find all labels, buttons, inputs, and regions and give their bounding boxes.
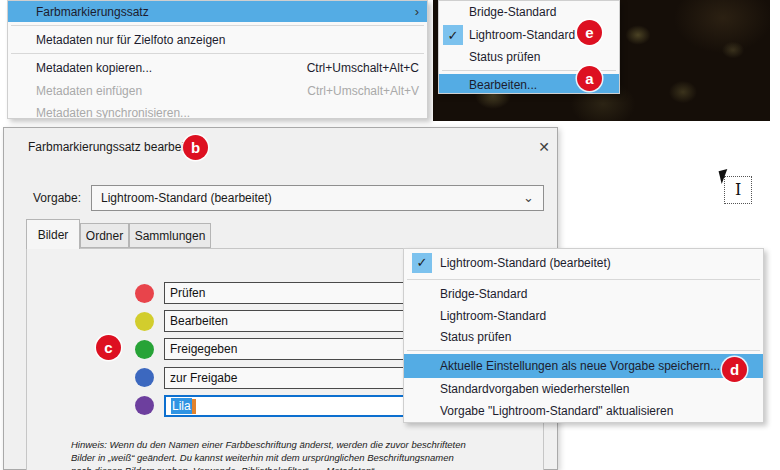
preset-dropdown[interactable]: Lightroom-Standard (bearbeitet) ⌄ xyxy=(91,185,544,211)
menu-item-label: Standardvorgaben wiederherstellen xyxy=(440,382,629,396)
menu-item-vorgabe-aktualisieren[interactable]: Vorgabe "Lightroom-Standard" aktualisier… xyxy=(404,400,763,422)
annotation-badge-a: a xyxy=(577,66,602,91)
preset-label: Vorgabe: xyxy=(33,191,81,205)
menu-separator xyxy=(11,25,424,26)
tab-bilder[interactable]: Bilder xyxy=(26,219,80,249)
ibeam-icon: I xyxy=(735,180,741,199)
annotation-badge-e: e xyxy=(577,20,602,45)
menu-item-label: Metadaten kopieren... xyxy=(36,61,152,75)
annotation-badge-b: b xyxy=(183,135,208,160)
preset-dropdown-menu: ✓ Lightroom-Standard (bearbeitet) Bridge… xyxy=(403,248,764,423)
menu-item-label: Bridge-Standard xyxy=(440,287,527,301)
selected-text: Lila xyxy=(171,398,192,414)
hint-line: Hinweis: Wenn du den Namen einer Farbbes… xyxy=(71,438,521,451)
label-color-purple xyxy=(135,396,154,415)
menu-item-label: Status prüfen xyxy=(440,330,511,344)
label-input-value: Prüfen xyxy=(170,286,205,300)
menu-separator xyxy=(407,350,760,351)
menu-item-metadaten-kopieren[interactable]: Metadaten kopieren... Ctrl+Umschalt+Alt+… xyxy=(8,56,427,79)
menu-item-farbmarkierungssatz[interactable]: Farbmarkierungssatz › xyxy=(8,1,427,22)
dialog-title: Farbmarkierungssatz bearbeiten xyxy=(28,140,201,154)
tab-label: Sammlungen xyxy=(135,229,206,243)
menu-item-shortcut: Ctrl+Umschalt+Alt+C xyxy=(307,61,419,75)
preset-dropdown-value: Lightroom-Standard (bearbeitet) xyxy=(101,191,272,205)
label-color-yellow xyxy=(135,312,154,331)
menu-item-label: Farbmarkierungssatz xyxy=(36,5,149,19)
tab-label: Bilder xyxy=(38,228,69,242)
label-color-blue xyxy=(135,368,154,387)
menu-item-label: Lightroom-Standard (bearbeitet) xyxy=(440,256,611,270)
menu-item-metadaten-synchronisieren: Metadaten synchronisieren... xyxy=(8,102,427,119)
menu-item-label: Status prüfen xyxy=(469,50,540,64)
annotation-badge-c: c xyxy=(96,335,121,360)
menu-item-standardvorgaben-wiederherstellen[interactable]: Standardvorgaben wiederherstellen xyxy=(404,378,763,400)
menu-item-label: Lightroom-Standard xyxy=(440,309,546,323)
pointer-arrow-icon xyxy=(719,169,731,184)
hint-line: Bilder in „weiß“ geändert. Du kannst wei… xyxy=(71,451,521,464)
tab-label: Ordner xyxy=(86,229,123,243)
context-menu: Farbmarkierungssatz › Metadaten nur für … xyxy=(7,0,428,119)
menu-item-label: Bridge-Standard xyxy=(469,5,556,19)
menu-item-label: Lightroom-Standard xyxy=(469,28,575,42)
menu-item-label: Metadaten synchronisieren... xyxy=(36,106,190,119)
menu-item-shortcut: Ctrl+Umschalt+Alt+V xyxy=(307,84,419,98)
menu-item-label: Bearbeiten... xyxy=(469,78,537,92)
label-color-red xyxy=(135,284,154,303)
hint-text: Hinweis: Wenn du den Namen einer Farbbes… xyxy=(71,438,521,470)
menu-item-bridge-standard[interactable]: Bridge-Standard xyxy=(404,283,763,305)
annotation-badge-d: d xyxy=(722,357,747,382)
text-cursor-icon: I xyxy=(724,176,752,204)
label-input-value: zur Freigabe xyxy=(170,371,237,385)
menu-item-lightroom-standard[interactable]: Lightroom-Standard xyxy=(404,305,763,326)
checkmark-icon: ✓ xyxy=(443,25,463,45)
menu-item-metadaten-einfuegen: Metadaten einfügen Ctrl+Umschalt+Alt+V xyxy=(8,79,427,102)
menu-item-als-neue-vorgabe-speichern[interactable]: Aktuelle Einstellungen als neue Vorgabe … xyxy=(404,354,763,378)
label-color-green xyxy=(135,340,154,359)
close-icon[interactable]: ✕ xyxy=(532,135,556,159)
checkmark-icon: ✓ xyxy=(412,253,432,273)
menu-separator xyxy=(11,53,424,54)
menu-item-status-pruefen[interactable]: Status prüfen xyxy=(439,47,619,67)
submenu-arrow-icon: › xyxy=(415,5,419,18)
label-input-value: Freigegeben xyxy=(170,342,237,356)
menu-item-label: Metadaten einfügen xyxy=(36,84,142,98)
tab-ordner[interactable]: Ordner xyxy=(80,223,129,248)
tab-sammlungen[interactable]: Sammlungen xyxy=(129,223,211,248)
menu-separator xyxy=(407,279,760,280)
menu-item-metadaten-nur-zielfoto[interactable]: Metadaten nur für Zielfoto anzeigen xyxy=(8,29,427,51)
label-input-value: Bearbeiten xyxy=(170,314,228,328)
menu-item-label: Metadaten nur für Zielfoto anzeigen xyxy=(36,33,225,47)
menu-item-status-pruefen[interactable]: Status prüfen xyxy=(404,326,763,347)
menu-item-lightroom-standard-bearbeitet[interactable]: ✓ Lightroom-Standard (bearbeitet) xyxy=(404,249,763,276)
text-caret xyxy=(192,399,196,414)
menu-item-label: Vorgabe "Lightroom-Standard" aktualisier… xyxy=(440,404,673,418)
menu-item-label: Aktuelle Einstellungen als neue Vorgabe … xyxy=(440,359,720,373)
hint-line: nach diesen Bildern suchen. Verwende „Bi… xyxy=(71,464,521,470)
